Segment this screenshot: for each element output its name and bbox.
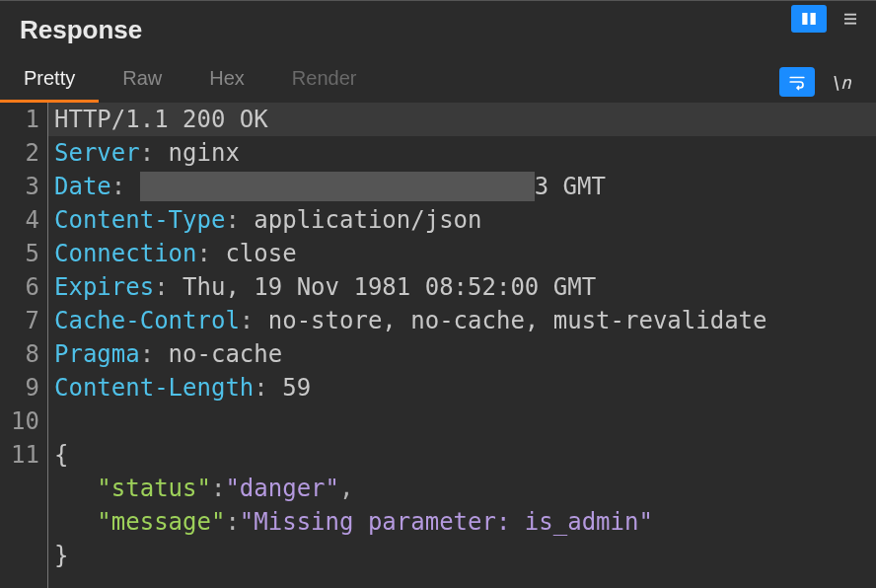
redaction-block — [140, 172, 535, 201]
code-line[interactable]: Connection: close — [54, 237, 876, 270]
code-line[interactable]: Pragma: no-cache — [54, 337, 876, 371]
line-number: 8 — [0, 337, 39, 371]
line-number: 10 — [0, 404, 39, 438]
code-line[interactable] — [54, 404, 876, 438]
code-line[interactable]: Date: 3 GMT — [54, 170, 876, 203]
columns-icon — [800, 10, 818, 28]
line-number: 4 — [0, 203, 39, 237]
svg-rect-0 — [802, 13, 807, 25]
code-line[interactable]: } — [54, 539, 876, 572]
view-tabs: Pretty Raw Hex Render — [0, 57, 380, 103]
code-line[interactable]: "status":"danger", — [54, 472, 876, 505]
line-number: 6 — [0, 270, 39, 304]
line-number-gutter: 1234567891011 — [0, 103, 47, 588]
svg-rect-2 — [844, 14, 856, 16]
tab-raw[interactable]: Raw — [99, 57, 185, 103]
menu-icon — [841, 10, 859, 28]
line-number: 1 — [0, 103, 39, 136]
line-number: 5 — [0, 237, 39, 270]
tab-render[interactable]: Render — [268, 57, 381, 103]
topbar-icons — [791, 5, 868, 33]
line-number: 2 — [0, 136, 39, 170]
response-topbar: Response — [0, 0, 876, 55]
code-line[interactable]: { — [54, 438, 876, 472]
line-number: 3 — [0, 170, 39, 203]
code-line[interactable]: Expires: Thu, 19 Nov 1981 08:52:00 GMT — [54, 270, 876, 304]
editor-tools: \n — [779, 67, 868, 103]
svg-rect-4 — [844, 23, 856, 25]
word-wrap-button[interactable] — [779, 67, 815, 97]
panel-title: Response — [8, 5, 142, 45]
code-line[interactable]: Cache-Control: no-store, no-cache, must-… — [54, 304, 876, 337]
code-line[interactable]: Server: nginx — [54, 136, 876, 170]
layout-columns-button[interactable] — [791, 5, 827, 33]
code-line[interactable]: "message":"Missing parameter: is_admin" — [54, 505, 876, 539]
line-number: 9 — [0, 371, 39, 404]
line-number: 7 — [0, 304, 39, 337]
show-newlines-button[interactable]: \n — [823, 67, 858, 97]
line-number: 11 — [0, 438, 39, 472]
panel-menu-button[interactable] — [833, 5, 868, 33]
code-line[interactable]: Content-Type: application/json — [54, 203, 876, 237]
svg-rect-3 — [844, 18, 856, 20]
code-area[interactable]: HTTP/1.1 200 OKServer: nginxDate: 3 GMTC… — [47, 103, 876, 588]
code-line[interactable]: HTTP/1.1 200 OK — [48, 103, 876, 136]
view-tab-row: Pretty Raw Hex Render \n — [0, 55, 876, 103]
response-panel: Response Pretty Raw Hex Render \n — [0, 0, 876, 588]
tab-pretty[interactable]: Pretty — [0, 57, 99, 103]
wrap-icon — [788, 73, 806, 91]
svg-rect-1 — [811, 13, 816, 25]
response-editor[interactable]: 1234567891011 HTTP/1.1 200 OKServer: ngi… — [0, 103, 876, 588]
code-line[interactable]: Content-Length: 59 — [54, 371, 876, 404]
tab-hex[interactable]: Hex — [185, 57, 268, 103]
